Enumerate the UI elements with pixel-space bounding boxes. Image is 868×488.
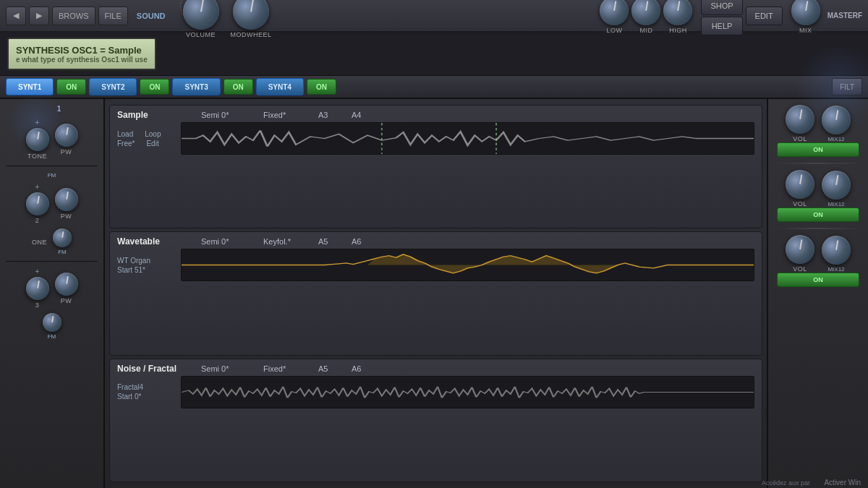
- vol3-knob-group: VOL: [786, 235, 814, 273]
- mix12-2-knob[interactable]: [822, 171, 851, 200]
- synt3-on-button[interactable]: ON: [224, 79, 253, 95]
- fm1-label: FM: [48, 172, 56, 179]
- nav-fwd-button[interactable]: ▶: [29, 7, 49, 25]
- mix12-2-label: MIX12: [827, 201, 844, 207]
- watermark-2: Accédez aux par: [762, 479, 810, 487]
- top-bar: ◀ ▶ BROWS FILE SOUND VOLUME MODWHEEL LOW: [0, 0, 868, 33]
- vol1-knob[interactable]: [786, 105, 814, 134]
- tone1-knob[interactable]: [26, 128, 49, 151]
- synth-row-3: Noise / Fractal Semi 0* Fixed* A5 A6 Fra…: [109, 359, 762, 482]
- low-knob[interactable]: [600, 0, 629, 25]
- vol2-label: VOL: [793, 200, 807, 207]
- row3-sub2: Start 0*: [117, 393, 175, 401]
- synt2-on-button[interactable]: ON: [140, 79, 169, 95]
- row1-sub: Load Loop: [117, 130, 175, 138]
- row2-note1: A5: [318, 237, 340, 246]
- low-label: LOW: [606, 27, 622, 34]
- mix12-3-label: MIX12: [827, 266, 844, 273]
- tone2-plus: +: [35, 183, 40, 191]
- mix-knob[interactable]: [791, 0, 820, 25]
- file-button[interactable]: FILE: [98, 7, 128, 25]
- synt4-on-button[interactable]: ON: [307, 79, 336, 95]
- mid-knob[interactable]: [631, 0, 660, 25]
- pw3b-knob-group: PW: [55, 273, 78, 304]
- row2-sub1[interactable]: WT Organ: [117, 257, 150, 265]
- row1-type: Sample: [117, 110, 190, 120]
- fm3-knob[interactable]: [43, 313, 61, 332]
- mix-label: MIX: [799, 27, 812, 34]
- row3-sub1[interactable]: Fractal4: [117, 383, 143, 391]
- tab-synt3[interactable]: SYNT3: [172, 78, 220, 95]
- pw2-knob-group: PW: [55, 188, 78, 220]
- volume-knob-group: VOLUME: [183, 0, 219, 38]
- fm2-knob[interactable]: [53, 228, 72, 247]
- row2-header: Wavetable Semi 0* Keyfol.* A5 A6: [117, 236, 754, 247]
- mix12-1-knob[interactable]: [822, 106, 851, 134]
- vol2-knob[interactable]: [786, 170, 814, 199]
- row2-semi: Semi 0*: [201, 237, 252, 246]
- pw3-knob[interactable]: [26, 277, 49, 300]
- row1-sub2[interactable]: Loop: [145, 130, 161, 138]
- row2-sub3[interactable]: Start 51*: [117, 266, 145, 274]
- tab-synt1[interactable]: SYNT1: [6, 78, 54, 95]
- row3-type: Noise / Fractal: [117, 364, 190, 374]
- pw3-knob-group: + 3: [26, 267, 49, 309]
- ch1-knob-row: + TONE PW: [6, 119, 98, 160]
- row1-sub1[interactable]: Load: [117, 130, 133, 138]
- modwheel-knob[interactable]: [233, 0, 269, 30]
- synt1-on-button[interactable]: ON: [56, 79, 86, 95]
- row3-on-button[interactable]: ON: [777, 273, 859, 287]
- tab-synt4[interactable]: SYNT4: [256, 78, 304, 95]
- browse-button[interactable]: BROWS: [52, 7, 95, 25]
- synth-app: ◀ ▶ BROWS FILE SOUND VOLUME MODWHEEL LOW: [0, 0, 868, 488]
- row2-key: Keyfol.*: [263, 237, 307, 246]
- row3-sub3[interactable]: Start 0*: [117, 393, 141, 401]
- info-display: SYNTHESIS OSC1 = Sample e what type of s…: [7, 38, 156, 70]
- tone2-knob-group: + 2: [26, 183, 49, 224]
- pw3-plus: +: [35, 267, 40, 275]
- right-panel: VOL MIX12 ON VOL: [767, 99, 868, 488]
- row1-on-button[interactable]: ON: [777, 142, 859, 157]
- shop-button[interactable]: SHOP: [701, 0, 742, 15]
- tone2-knob[interactable]: [26, 192, 49, 215]
- ch2-fm-row: ONE FM: [6, 228, 98, 255]
- divider-2: [6, 261, 98, 262]
- vol3-knob[interactable]: [786, 235, 814, 264]
- row2-on-button[interactable]: ON: [777, 207, 859, 222]
- volume-knob[interactable]: [183, 0, 219, 30]
- nav-back-button[interactable]: ◀: [6, 7, 26, 25]
- vol1-knob-group: VOL: [786, 105, 814, 142]
- mid-knob-group: MID: [631, 0, 660, 35]
- tone1-plus: +: [35, 119, 40, 127]
- filt-tab[interactable]: FILT: [832, 78, 862, 95]
- fm3-knob-group: FM: [43, 313, 61, 340]
- vol1-label: VOL: [793, 135, 807, 142]
- row2-sub2: Start 51*: [117, 266, 175, 274]
- top-menu-buttons: LOW MID HIGH SHOP HELP EDIT MIX M: [600, 0, 862, 35]
- ch3-label: 3: [35, 301, 40, 309]
- row3-waveform: [181, 376, 754, 408]
- mix12-1-knob-group: MIX12: [822, 106, 851, 142]
- ch2-knob-row: + 2 PW: [6, 183, 98, 224]
- high-knob-group: HIGH: [663, 0, 692, 35]
- row2-sub: WT Organ: [117, 257, 175, 265]
- info-subtitle: e what type of synthesis Osc1 will use: [16, 56, 148, 64]
- mix12-1-label: MIX12: [827, 136, 844, 142]
- right-section-1: VOL MIX12 ON: [774, 105, 862, 157]
- center-panel: Sample Semi 0* Fixed* A3 A4 Load Loop Fr…: [105, 99, 767, 488]
- tone1-label: TONE: [27, 153, 47, 160]
- pw2-knob[interactable]: [55, 188, 78, 211]
- right-knob-pair-3: VOL MIX12: [774, 235, 862, 273]
- edit-button[interactable]: EDIT: [746, 7, 783, 25]
- high-knob[interactable]: [663, 0, 692, 25]
- right-knob-pair-1: VOL MIX12: [774, 105, 862, 142]
- row1-sub3[interactable]: Free*: [117, 140, 135, 147]
- row1-sub4[interactable]: Edit: [146, 140, 158, 147]
- tab-synt2[interactable]: SYNT2: [89, 78, 137, 95]
- pw3b-knob[interactable]: [55, 273, 78, 296]
- row1-note2: A4: [352, 111, 373, 119]
- synth-tabs-bar: SYNT1 ON SYNT2 ON SYNT3 ON SYNT4 ON FILT: [0, 76, 868, 99]
- mix12-3-knob[interactable]: [822, 236, 851, 265]
- help-button[interactable]: HELP: [701, 17, 742, 35]
- pw1-knob[interactable]: [55, 124, 78, 147]
